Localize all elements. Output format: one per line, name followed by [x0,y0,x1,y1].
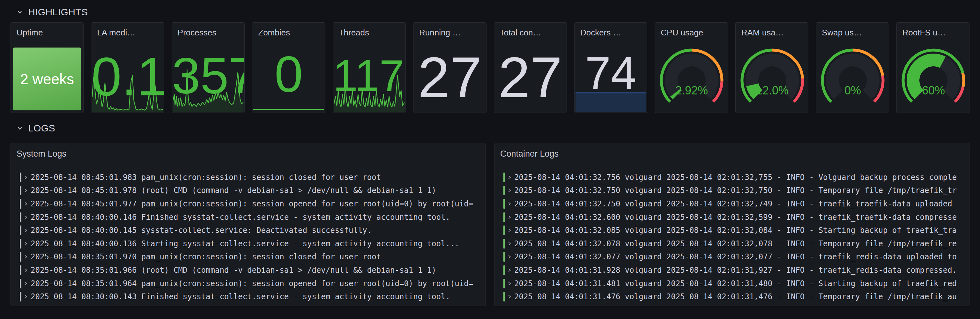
expand-chevron-icon[interactable] [24,268,28,273]
gauge-chart: 2.92% [655,46,728,111]
logs-section-header[interactable]: LOGS [17,122,980,135]
logs-section-label: LOGS [28,123,55,134]
stat-value: 74 [574,50,647,96]
panel-title-system-logs[interactable]: System Logs [17,149,66,159]
expand-chevron-icon[interactable] [24,281,28,286]
gauge-value-label: 2.92% [675,84,708,97]
log-line-text: 2025-08-14 04:01:32.085 volguard 2025-08… [514,226,969,235]
panel-title-container-logs[interactable]: Container Logs [500,149,558,159]
expand-chevron-icon[interactable] [24,294,28,299]
expand-chevron-icon[interactable] [24,175,28,180]
log-level-bar [20,239,21,249]
expand-chevron-icon[interactable] [508,201,511,206]
log-level-bar [20,225,21,235]
log-level-bar [20,186,21,195]
panel-processes: Processes357 [172,22,245,113]
log-row[interactable]: 2025-08-14 04:01:32.750 volguard 2025-08… [503,197,969,211]
log-row[interactable]: 2025-08-14 04:01:32.600 volguard 2025-08… [503,211,969,224]
stat-value: 27 [494,49,566,106]
log-line-text: 2025-08-14 04:01:31.481 volguard 2025-08… [514,279,969,288]
expand-chevron-icon[interactable] [508,241,511,246]
log-line-text: 2025-08-14 08:40:00.145 sysstat-collect.… [30,226,485,235]
panel-title-la-median[interactable]: LA medi… [97,28,135,38]
log-row[interactable]: 2025-08-14 08:40:00.136 Starting sysstat… [20,237,485,251]
expand-chevron-icon[interactable] [24,215,28,220]
log-line-text: 2025-08-14 08:40:00.146 Finished sysstat… [30,213,485,222]
log-line-text: 2025-08-14 08:35:01.966 (root) CMD (comm… [30,266,485,275]
panel-title-uptime[interactable]: Uptime [17,28,43,38]
log-rows-list: 2025-08-14 08:45:01.983 pam_unix(cron:se… [20,171,485,303]
log-row[interactable]: 2025-08-14 08:45:01.978 (root) CMD (comm… [20,184,485,197]
expand-chevron-icon[interactable] [24,241,28,246]
expand-chevron-icon[interactable] [508,228,511,233]
panel-title-swap-usage[interactable]: Swap us… [822,28,862,38]
stat-background-box: 2 weeks [13,48,81,110]
expand-chevron-icon[interactable] [508,294,511,299]
expand-chevron-icon[interactable] [24,188,28,193]
panel-title-running-containers[interactable]: Running … [419,28,461,38]
log-row[interactable]: 2025-08-14 08:40:00.145 sysstat-collect.… [20,224,485,237]
log-row[interactable]: 2025-08-14 04:01:32.750 volguard 2025-08… [503,184,969,197]
log-level-bar [503,239,505,249]
log-row[interactable]: 2025-08-14 04:01:31.481 volguard 2025-08… [503,277,969,290]
expand-chevron-icon[interactable] [24,254,28,259]
log-level-bar [503,252,505,262]
log-level-bar [503,213,505,222]
panel-cpu-usage: CPU usage 2.92% [655,22,728,113]
gauge-chart: 12.0% [736,46,808,111]
panel-title-ram-usage[interactable]: RAM usa… [741,28,784,38]
log-row[interactable]: 2025-08-14 04:01:31.928 volguard 2025-08… [503,263,969,277]
log-line-text: 2025-08-14 04:01:32.078 volguard 2025-08… [514,239,969,248]
log-level-bar [20,292,21,302]
log-row[interactable]: 2025-08-14 04:01:32.077 volguard 2025-08… [503,251,969,264]
log-line-text: 2025-08-14 08:45:01.977 pam_unix(cron:se… [30,199,485,208]
expand-chevron-icon[interactable] [508,188,511,193]
log-row[interactable]: 2025-08-14 04:01:32.078 volguard 2025-08… [503,237,969,251]
log-row[interactable]: 2025-08-14 04:01:31.476 volguard 2025-08… [503,290,969,303]
log-row[interactable]: 2025-08-14 04:01:32.756 volguard 2025-08… [503,171,969,184]
expand-chevron-icon[interactable] [508,268,511,273]
highlights-section-header[interactable]: HIGHLIGHTS [17,6,980,19]
log-row[interactable]: 2025-08-14 08:30:00.143 Finished sysstat… [20,290,485,303]
panel-system-logs: System Logs 2025-08-14 08:45:01.983 pam_… [11,143,486,306]
logs-panel-row: System Logs 2025-08-14 08:45:01.983 pam_… [11,143,969,306]
panel-title-rootfs-usage[interactable]: RootFS u… [902,28,946,38]
panel-threads: Threads1178 [333,22,406,113]
panel-title-dockers[interactable]: Dockers … [580,28,621,38]
panel-title-cpu-usage[interactable]: CPU usage [661,28,703,38]
expand-chevron-icon[interactable] [508,254,511,259]
panel-title-total-containers[interactable]: Total con… [500,28,541,38]
expand-chevron-icon[interactable] [24,228,28,233]
log-row[interactable]: 2025-08-14 08:45:01.977 pam_unix(cron:se… [20,197,485,211]
log-line-text: 2025-08-14 08:35:01.970 pam_unix(cron:se… [30,252,485,261]
expand-chevron-icon[interactable] [508,175,511,180]
stat-value: 357 [172,50,244,101]
log-level-bar [503,225,505,235]
log-row[interactable]: 2025-08-14 08:45:01.983 pam_unix(cron:se… [20,171,485,184]
panel-title-threads[interactable]: Threads [339,28,369,38]
log-line-text: 2025-08-14 08:45:01.978 (root) CMD (comm… [30,186,485,195]
log-line-text: 2025-08-14 04:01:32.750 volguard 2025-08… [514,186,969,195]
expand-chevron-icon[interactable] [24,201,28,206]
log-row[interactable]: 2025-08-14 08:35:01.970 pam_unix(cron:se… [20,251,485,264]
expand-chevron-icon[interactable] [508,215,511,220]
log-line-text: 2025-08-14 04:01:32.750 volguard 2025-08… [514,199,969,208]
log-row[interactable]: 2025-08-14 08:40:00.146 Finished sysstat… [20,211,485,224]
expand-chevron-icon[interactable] [508,281,511,286]
log-line-text: 2025-08-14 08:40:00.136 Starting sysstat… [30,239,485,248]
panel-title-zombies[interactable]: Zombies [258,28,290,38]
log-line-text: 2025-08-14 04:01:31.476 volguard 2025-08… [514,292,969,301]
log-level-bar [503,173,505,182]
stat-value: 27 [414,49,486,106]
log-row[interactable]: 2025-08-14 08:35:01.966 (root) CMD (comm… [20,263,485,277]
log-level-bar [20,213,21,222]
panel-dockers: Dockers …74 [574,22,647,113]
panel-container-logs: Container Logs 2025-08-14 04:01:32.756 v… [494,143,969,306]
chevron-down-icon[interactable] [17,125,23,132]
chevron-down-icon[interactable] [17,9,23,15]
panel-title-processes[interactable]: Processes [178,28,216,38]
log-row[interactable]: 2025-08-14 08:35:01.964 pam_unix(cron:se… [20,277,485,290]
sparkline-chart [253,107,324,112]
panel-uptime: Uptime 2 weeks [11,22,84,113]
log-row[interactable]: 2025-08-14 04:01:32.085 volguard 2025-08… [503,224,969,237]
